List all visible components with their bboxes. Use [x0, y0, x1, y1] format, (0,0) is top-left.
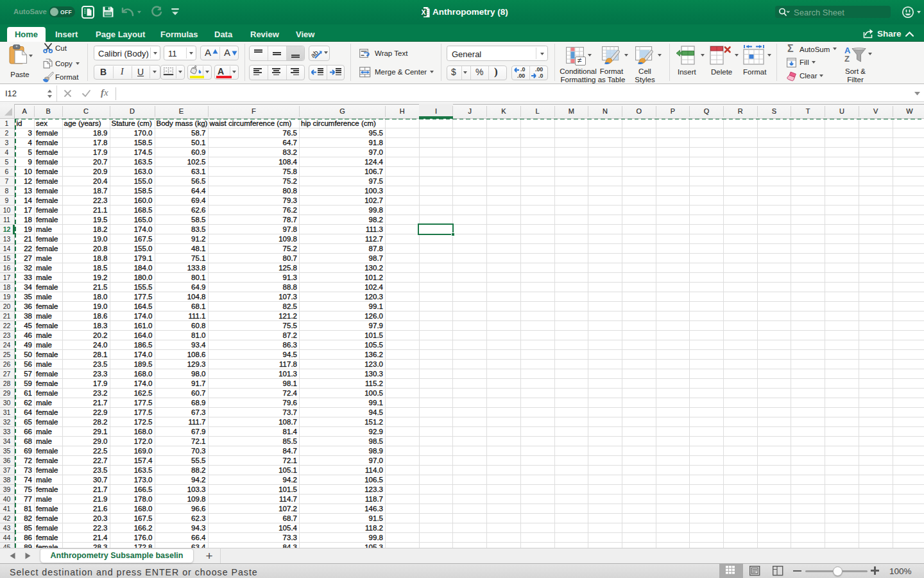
- svg-text:X: X: [421, 8, 425, 16]
